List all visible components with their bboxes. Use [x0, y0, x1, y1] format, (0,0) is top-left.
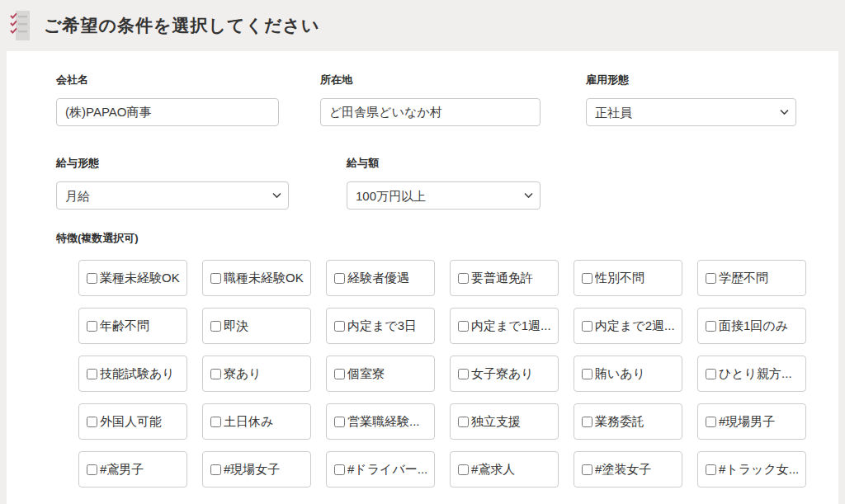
- feature-checkbox[interactable]: [706, 464, 716, 475]
- feature-checkbox-item[interactable]: #トラック女...: [697, 451, 806, 488]
- salary-type-label: 給与形態: [56, 156, 289, 171]
- feature-checkbox-label: 経験者優遇: [347, 271, 409, 286]
- feature-checkbox-item[interactable]: 経験者優遇: [326, 260, 435, 296]
- feature-checkbox[interactable]: [582, 273, 592, 284]
- feature-checkbox[interactable]: [210, 464, 221, 475]
- feature-checkbox-item[interactable]: #ドライバー...: [326, 451, 435, 488]
- feature-checkbox-item[interactable]: 内定まで2週...: [574, 308, 682, 344]
- feature-checkbox[interactable]: [210, 321, 221, 332]
- feature-checkbox[interactable]: [458, 369, 469, 379]
- location-input[interactable]: [320, 98, 541, 126]
- feature-checkbox-label: 業務委託: [595, 414, 644, 430]
- feature-checkbox-item[interactable]: #現場女子: [202, 451, 311, 488]
- feature-checkbox[interactable]: [458, 273, 469, 284]
- feature-checkbox[interactable]: [334, 369, 345, 379]
- feature-checkbox[interactable]: [334, 321, 345, 332]
- feature-checkbox-item[interactable]: #現場男子: [697, 403, 806, 440]
- conditions-panel: 会社名 所在地 雇用形態 正社員 給与形態 月給: [7, 51, 838, 504]
- feature-checkbox[interactable]: [706, 321, 716, 332]
- feature-checkbox-item[interactable]: 賄いあり: [574, 356, 682, 392]
- feature-checkbox[interactable]: [706, 369, 716, 379]
- feature-checkbox[interactable]: [582, 417, 592, 427]
- checklist-icon: [10, 9, 32, 42]
- feature-checkbox[interactable]: [87, 417, 97, 427]
- feature-checkbox-item[interactable]: 技能試験あり: [78, 356, 187, 392]
- feature-checkbox-item[interactable]: 外国人可能: [78, 403, 187, 440]
- feature-checkbox-label: #鳶男子: [100, 462, 144, 478]
- feature-checkbox[interactable]: [210, 369, 221, 379]
- feature-checkbox-label: ひとり親方...: [719, 366, 792, 382]
- feature-checkbox-label: 土日休み: [224, 414, 273, 430]
- location-label: 所在地: [320, 73, 541, 87]
- feature-checkbox[interactable]: [582, 321, 592, 332]
- feature-checkbox-item[interactable]: 学歴不問: [697, 260, 806, 296]
- feature-checkbox[interactable]: [334, 417, 345, 427]
- salary-amount-select[interactable]: 100万円以上: [347, 181, 541, 210]
- feature-checkbox-item[interactable]: 寮あり: [202, 356, 311, 392]
- form-row-1: 会社名 所在地 雇用形態 正社員: [56, 73, 838, 126]
- company-label: 会社名: [56, 73, 279, 87]
- feature-checkbox-label: 寮あり: [224, 366, 262, 382]
- feature-checkbox[interactable]: [458, 321, 469, 332]
- employment-type-select[interactable]: 正社員: [586, 98, 796, 126]
- feature-checkbox-item[interactable]: 内定まで1週...: [450, 308, 559, 344]
- feature-checkbox-item[interactable]: 面接1回のみ: [697, 308, 806, 344]
- feature-checkbox-label: #鳶求人: [471, 462, 515, 478]
- features-section-label: 特徴(複数選択可): [56, 231, 838, 246]
- feature-checkbox-item[interactable]: 営業職経験...: [326, 403, 435, 440]
- feature-checkbox-label: #トラック女...: [719, 462, 799, 478]
- feature-checkbox[interactable]: [582, 369, 592, 379]
- feature-checkbox[interactable]: [458, 464, 469, 475]
- feature-checkbox-item[interactable]: ひとり親方...: [697, 356, 806, 392]
- feature-checkbox-item[interactable]: 業種未経験OK: [78, 260, 187, 296]
- salary-amount-field-group: 給与額 100万円以上: [347, 156, 541, 210]
- feature-checkbox[interactable]: [334, 273, 345, 284]
- feature-checkbox-label: 面接1回のみ: [719, 318, 788, 334]
- feature-checkbox[interactable]: [210, 417, 221, 427]
- feature-checkbox[interactable]: [210, 273, 221, 284]
- feature-checkbox-item[interactable]: #鳶求人: [450, 451, 559, 488]
- feature-checkbox[interactable]: [334, 464, 345, 475]
- feature-checkbox-item[interactable]: #塗装女子: [574, 451, 682, 488]
- company-input[interactable]: [56, 98, 279, 126]
- feature-checkbox-label: #ドライバー...: [347, 462, 427, 478]
- feature-checkbox-item[interactable]: 年齢不問: [78, 308, 187, 344]
- feature-checkbox[interactable]: [87, 321, 97, 332]
- feature-checkbox[interactable]: [706, 273, 716, 284]
- feature-checkbox-item[interactable]: 職種未経験OK: [202, 260, 311, 296]
- feature-checkbox-label: 内定まで2週...: [595, 318, 675, 334]
- feature-checkbox-label: #現場女子: [224, 462, 280, 478]
- feature-checkbox-label: 即決: [224, 318, 248, 334]
- feature-checkbox[interactable]: [87, 273, 97, 284]
- location-field-group: 所在地: [320, 73, 541, 126]
- employment-type-field-group: 雇用形態 正社員: [586, 73, 796, 126]
- feature-checkbox-item[interactable]: 女子寮あり: [450, 356, 559, 392]
- feature-checkbox-label: 個室寮: [347, 366, 385, 382]
- feature-checkbox-item[interactable]: 独立支援: [450, 403, 559, 440]
- page-header: ご希望の条件を選択してください: [0, 0, 845, 51]
- feature-checkbox-label: 営業職経験...: [347, 414, 420, 430]
- feature-checkbox-label: 業種未経験OK: [100, 271, 180, 286]
- feature-checkbox-item[interactable]: 業務委託: [574, 403, 682, 440]
- feature-checkbox[interactable]: [87, 464, 97, 475]
- feature-checkbox-item[interactable]: 即決: [202, 308, 311, 344]
- feature-checkbox-label: 要普通免許: [471, 271, 533, 286]
- feature-checkbox[interactable]: [582, 464, 592, 475]
- features-grid: 業種未経験OK 職種未経験OK 経験者優遇 要普通免許 性別不問: [78, 260, 838, 488]
- feature-checkbox[interactable]: [706, 417, 716, 427]
- feature-checkbox-item[interactable]: 土日休み: [202, 403, 311, 440]
- page-title: ご希望の条件を選択してください: [44, 14, 319, 37]
- feature-checkbox-item[interactable]: 内定まで3日: [326, 308, 435, 344]
- feature-checkbox[interactable]: [87, 369, 97, 379]
- salary-type-select[interactable]: 月給: [56, 181, 289, 210]
- feature-checkbox[interactable]: [458, 417, 469, 427]
- employment-type-label: 雇用形態: [586, 73, 796, 87]
- feature-checkbox-item[interactable]: 要普通免許: [450, 260, 559, 296]
- feature-checkbox-item[interactable]: 個室寮: [326, 356, 435, 392]
- salary-amount-label: 給与額: [347, 156, 541, 171]
- feature-checkbox-item[interactable]: 性別不問: [574, 260, 682, 296]
- feature-checkbox-label: 内定まで3日: [347, 318, 417, 334]
- feature-checkbox-label: 年齢不問: [100, 318, 149, 334]
- feature-checkbox-label: 学歴不問: [719, 271, 768, 286]
- feature-checkbox-item[interactable]: #鳶男子: [78, 451, 187, 488]
